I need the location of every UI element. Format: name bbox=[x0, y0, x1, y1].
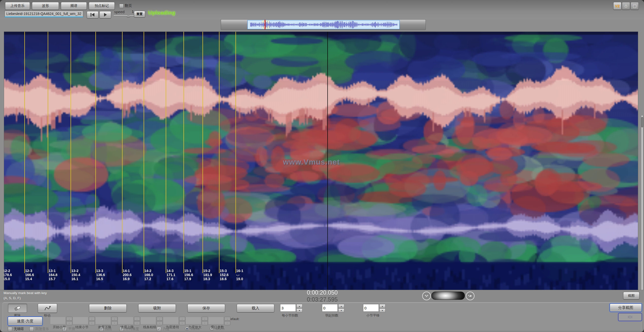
beat-line-14-3[interactable] bbox=[166, 32, 166, 273]
spinner-结束小节: ▲▼ bbox=[73, 317, 95, 325]
vmus-watermark: www.Vmus.net bbox=[283, 158, 340, 166]
hint-text: Manually mark beat with key (A, S, D, F) bbox=[4, 291, 47, 301]
spinner-小节平移-input[interactable] bbox=[363, 304, 379, 312]
spinner-弱起拍数-up-arrow[interactable]: ▲ bbox=[338, 304, 344, 308]
spinner-弱起拍数: ▲▼ bbox=[322, 304, 344, 313]
page-turn-checkbox[interactable] bbox=[119, 4, 124, 8]
spinner-速度上限-input bbox=[118, 317, 133, 324]
vertical-scrollbar[interactable] bbox=[642, 116, 642, 290]
spinner-每小节拍数-up-arrow[interactable]: ▲ bbox=[296, 304, 302, 308]
spinner-每小节拍数: ▲▼ bbox=[280, 304, 302, 313]
volume-quiet-icon[interactable] bbox=[422, 292, 431, 300]
checkbox-box[interactable] bbox=[8, 327, 12, 331]
beat-line-12-3[interactable] bbox=[24, 32, 25, 273]
screenshot-button[interactable]: 截图 bbox=[623, 292, 639, 299]
overview-playhead[interactable] bbox=[265, 20, 265, 29]
beat-label-13-3: 13-3136.616.5 bbox=[96, 269, 116, 281]
beat-line-15-2[interactable] bbox=[202, 32, 203, 273]
skip-to-start-button[interactable] bbox=[87, 11, 98, 18]
move-tool-button[interactable] bbox=[38, 304, 57, 313]
home-button[interactable]: ⌂ bbox=[622, 2, 630, 10]
beat-line-15-1[interactable] bbox=[183, 32, 184, 273]
spinner-label-每小节拍数: 每小节拍数 bbox=[273, 313, 307, 318]
beat-line-14-2[interactable] bbox=[144, 32, 144, 273]
spinner-力度透明-up-arrow: ▲ bbox=[179, 317, 185, 321]
page-turn-label: 翻页 bbox=[125, 4, 132, 8]
spectrum-button[interactable]: 频谱 bbox=[61, 2, 87, 10]
overview-waveform-box[interactable] bbox=[247, 20, 400, 29]
beat-label-15-1: 15-1156.617.9 bbox=[184, 269, 205, 281]
spinner-力度放大-down-arrow: ▼ bbox=[202, 321, 208, 325]
beat-line-13-2[interactable] bbox=[71, 32, 71, 273]
load-button[interactable]: 载入 bbox=[237, 304, 274, 312]
snap-button[interactable]: 吸附 bbox=[138, 304, 176, 312]
spinner-窗口参数-down-arrow: ▼ bbox=[224, 321, 230, 325]
volume-loud-icon[interactable] bbox=[466, 292, 474, 300]
spinner-力度放大-input bbox=[185, 317, 201, 324]
spinner-弱起拍数-down-arrow[interactable]: ▼ bbox=[338, 308, 344, 312]
beat-label-13-2: 13-2150.416.1 bbox=[71, 269, 92, 281]
erase-tool-button[interactable] bbox=[8, 304, 27, 313]
reset-button[interactable]: 重置 bbox=[134, 11, 145, 17]
spinner-结束小节-down-arrow: ▼ bbox=[89, 321, 95, 325]
beat-mark-button[interactable]: 拍点标记 bbox=[89, 2, 115, 10]
spinner-线条粗细: ▲▼ bbox=[140, 317, 163, 325]
speed-value: 1 bbox=[132, 9, 134, 14]
checkbox-无嘀嗒[interactable]: 无嘀嗒 bbox=[8, 327, 24, 331]
spinner-每小节拍数-down-arrow[interactable]: ▼ bbox=[296, 308, 302, 312]
spinner-label-线条粗细: 线条粗细 bbox=[138, 325, 162, 329]
spinner-label-窗口参数: 窗口参数 bbox=[206, 325, 229, 329]
play-button[interactable] bbox=[99, 11, 111, 18]
spinner-小节平移: ▲▼ bbox=[363, 304, 385, 313]
spinner-label-力度透明: 力度透明 bbox=[160, 325, 184, 329]
spinner-力度放大-up-arrow: ▲ bbox=[202, 317, 208, 321]
beat-line-16-1[interactable] bbox=[235, 32, 236, 273]
delete-button[interactable]: 删除 bbox=[89, 304, 127, 312]
spinner-弱起拍数-input[interactable] bbox=[322, 304, 338, 312]
overview-waveform-canvas[interactable] bbox=[248, 20, 399, 29]
spinner-小节平移-up-arrow[interactable]: ▲ bbox=[379, 304, 385, 308]
save-button[interactable]: 保存 bbox=[188, 304, 225, 312]
uploading-status: Uploading bbox=[148, 10, 175, 16]
upload-music-button[interactable]: 上传音乐 bbox=[5, 2, 30, 10]
fullscreen-icon: ▢ bbox=[633, 3, 637, 9]
beat-label-14-1: 14-1200.616.9 bbox=[123, 269, 143, 281]
total-time: 0:03:27.595 bbox=[287, 296, 358, 303]
spinner-窗口参数: ▲▼ bbox=[208, 317, 230, 325]
v2-version-button[interactable]: V2 bbox=[613, 2, 621, 10]
beat-label-16-1: 16-1-.-19.0 bbox=[236, 269, 257, 281]
checkbox-box[interactable] bbox=[29, 327, 34, 331]
share-screenshot-button[interactable]: 分享截图 bbox=[610, 304, 642, 312]
option-label: 无嘀嗒 bbox=[14, 327, 24, 331]
spinner-小节平移-down-arrow[interactable]: ▼ bbox=[379, 308, 385, 312]
beat-line-13-1[interactable] bbox=[48, 32, 48, 273]
filename-input[interactable] bbox=[5, 11, 83, 17]
tempo-dynamics-mode-button[interactable]: 速度-力度 bbox=[8, 317, 42, 325]
overview-strip[interactable] bbox=[221, 19, 426, 30]
spinner-线条粗细-down-arrow: ▼ bbox=[157, 321, 163, 325]
beat-label-13-1: 13-1164.815.7 bbox=[48, 269, 69, 281]
spinner-速度下限-input bbox=[95, 317, 111, 324]
spinner-窗口参数-up-arrow: ▲ bbox=[224, 317, 230, 321]
time-display: 0:00:20.050 0:03:27.595 bbox=[287, 289, 358, 303]
home-icon: ⌂ bbox=[624, 3, 627, 9]
ioi-button-disabled: IOI bbox=[618, 313, 642, 321]
spinner-线条粗细-input bbox=[140, 317, 156, 324]
fullscreen-button[interactable]: ▢ bbox=[631, 2, 639, 10]
checkbox-跟随音乐[interactable]: 跟随音乐 bbox=[29, 327, 49, 331]
spinner-力度透明: ▲▼ bbox=[163, 317, 185, 325]
spectrogram-view[interactable]: 12-2178.615.012-3166.615.413-1164.815.71… bbox=[4, 31, 638, 290]
beat-line-13-3[interactable] bbox=[95, 32, 96, 273]
play-icon bbox=[103, 13, 107, 17]
volume-slider[interactable] bbox=[431, 292, 465, 300]
vertical-scrollbar-thumb[interactable] bbox=[641, 117, 643, 127]
waveform-button[interactable]: 波形 bbox=[32, 2, 59, 10]
spinner-开始小节-down-arrow: ▼ bbox=[66, 321, 72, 325]
beat-line-15-3[interactable] bbox=[219, 32, 219, 273]
spinner-开始小节: ▲▼ bbox=[50, 317, 72, 325]
beat-line-14-1[interactable] bbox=[122, 32, 123, 273]
speed-label: speed bbox=[114, 10, 125, 14]
speed-slider-thumb[interactable] bbox=[127, 14, 130, 17]
spinner-label-速度下限: 速度下限 bbox=[93, 325, 116, 329]
spinner-每小节拍数-input[interactable] bbox=[280, 304, 296, 312]
